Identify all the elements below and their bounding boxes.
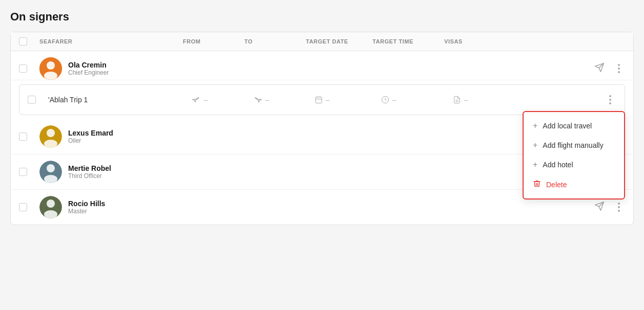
add-flight-manually-item[interactable]: + Add flight manually bbox=[524, 136, 624, 155]
dots-icon bbox=[615, 62, 623, 75]
trash-icon-svg bbox=[533, 180, 541, 188]
add-flight-manually-label: Add flight manually bbox=[543, 141, 603, 149]
document-icon bbox=[453, 96, 461, 104]
trip-row-actions bbox=[514, 91, 616, 108]
trip-target-time: – bbox=[381, 96, 453, 104]
row-checkbox-lexus[interactable] bbox=[19, 132, 27, 141]
avatar bbox=[39, 125, 62, 148]
calendar-icon bbox=[315, 96, 323, 104]
trip-dots-icon bbox=[606, 93, 614, 106]
svg-point-17 bbox=[44, 175, 57, 183]
avatar bbox=[39, 57, 62, 80]
svg-point-14 bbox=[44, 140, 57, 148]
header-actions bbox=[506, 37, 625, 46]
more-menu-button-ola[interactable] bbox=[613, 60, 625, 77]
send-icon bbox=[594, 201, 605, 211]
add-hotel-item[interactable]: + Add hotel bbox=[524, 155, 624, 174]
delete-item[interactable]: Delete bbox=[524, 174, 624, 194]
add-local-travel-label: Add local travel bbox=[543, 122, 592, 130]
svg-point-16 bbox=[47, 164, 55, 172]
seafarer-role: Oiler bbox=[68, 137, 113, 144]
seafarer-role: Chief Engineer bbox=[68, 69, 109, 76]
seafarer-name: Mertie Robel bbox=[68, 164, 111, 172]
seafarer-info: Lexus Emard Oiler bbox=[39, 125, 183, 148]
trip-row: 'Ablah Trip 1 – – bbox=[19, 84, 625, 115]
row-checkbox-rocio[interactable] bbox=[19, 203, 27, 211]
trash-icon bbox=[533, 180, 541, 189]
row-checkbox-cell bbox=[19, 203, 39, 211]
avatar bbox=[39, 196, 62, 218]
header-target-date: TARGET DATE bbox=[306, 37, 372, 46]
select-all-checkbox[interactable] bbox=[19, 37, 27, 46]
seafarer-details: Mertie Robel Third Officer bbox=[68, 164, 111, 180]
svg-point-2 bbox=[44, 72, 57, 80]
add-local-travel-item[interactable]: + Add local travel bbox=[524, 116, 624, 136]
seafarer-info: Rocio Hills Master bbox=[39, 196, 183, 218]
trip-dropdown-menu: + Add local travel + Add flight manually… bbox=[523, 111, 625, 200]
send-button-ola[interactable] bbox=[592, 60, 607, 77]
seafarer-details: Ola Cremin Chief Engineer bbox=[68, 61, 109, 76]
seafarer-name: Rocio Hills bbox=[68, 200, 105, 208]
row-checkbox-mertie[interactable] bbox=[19, 168, 27, 176]
seafarer-name: Lexus Emard bbox=[68, 129, 113, 137]
trip-to: – bbox=[253, 95, 315, 104]
header-seafarer: SEAFARER bbox=[39, 37, 183, 46]
seafarer-role: Third Officer bbox=[68, 172, 111, 180]
svg-point-1 bbox=[47, 61, 55, 70]
seafarer-role: Master bbox=[68, 208, 105, 215]
row-actions bbox=[506, 198, 625, 216]
table-header: SEAFARER FROM TO TARGET DATE TARGET TIME… bbox=[11, 32, 633, 51]
clock-icon bbox=[381, 96, 389, 104]
row-checkbox-cell bbox=[19, 64, 39, 73]
send-button-rocio[interactable] bbox=[592, 199, 607, 216]
delete-label: Delete bbox=[546, 181, 567, 189]
svg-point-19 bbox=[47, 200, 55, 208]
trip-from: – bbox=[192, 95, 253, 104]
trip-target-date: – bbox=[315, 96, 381, 104]
header-from: FROM bbox=[183, 37, 244, 46]
more-menu-button-rocio[interactable] bbox=[613, 198, 625, 216]
table-row: Ola Cremin Chief Engineer bbox=[11, 51, 633, 80]
plus-icon: + bbox=[533, 121, 537, 130]
dots-icon bbox=[615, 201, 623, 214]
header-visas: VISAS bbox=[444, 37, 506, 46]
page-title: On signers bbox=[10, 10, 634, 24]
send-icon bbox=[594, 62, 605, 73]
avatar bbox=[39, 161, 62, 183]
trip-row-wrapper: 'Ablah Trip 1 – – bbox=[11, 80, 633, 119]
trip-checkbox-ablah[interactable] bbox=[28, 96, 36, 104]
trip-checkbox-cell bbox=[28, 96, 48, 104]
signers-table: SEAFARER FROM TO TARGET DATE TARGET TIME… bbox=[10, 32, 634, 225]
row-actions bbox=[506, 60, 625, 77]
seafarer-details: Lexus Emard Oiler bbox=[68, 129, 113, 144]
plus-icon-2: + bbox=[533, 141, 537, 150]
header-to: TO bbox=[244, 37, 306, 46]
row-checkbox-cell bbox=[19, 132, 39, 141]
trip-more-menu-button[interactable] bbox=[604, 91, 616, 108]
trip-visas: – bbox=[453, 96, 514, 104]
header-target-time: TARGET TIME bbox=[372, 37, 444, 46]
seafarer-info: Ola Cremin Chief Engineer bbox=[39, 57, 183, 80]
departure-icon bbox=[192, 95, 201, 104]
svg-point-13 bbox=[47, 129, 55, 137]
row-checkbox-cell bbox=[19, 168, 39, 176]
arrival-icon bbox=[253, 95, 262, 104]
seafarer-info: Mertie Robel Third Officer bbox=[39, 161, 183, 183]
seafarer-details: Rocio Hills Master bbox=[68, 200, 105, 215]
svg-rect-5 bbox=[316, 97, 322, 103]
trip-name-cell: 'Ablah Trip 1 bbox=[48, 96, 192, 104]
add-hotel-label: Add hotel bbox=[543, 161, 573, 169]
plus-icon-3: + bbox=[533, 160, 537, 169]
seafarer-name: Ola Cremin bbox=[68, 61, 109, 69]
header-checkbox bbox=[19, 37, 39, 46]
svg-point-20 bbox=[44, 210, 57, 218]
row-checkbox-ola-cremin[interactable] bbox=[19, 64, 27, 73]
